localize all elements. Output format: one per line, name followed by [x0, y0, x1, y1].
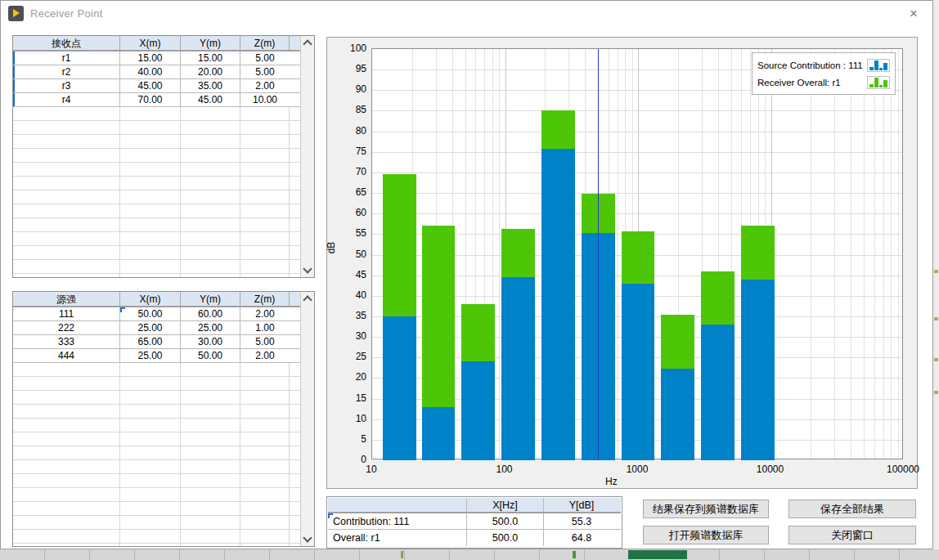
- bar-overall[interactable]: [461, 304, 495, 361]
- table-cell[interactable]: 222: [13, 321, 120, 334]
- table-cell[interactable]: 1.00: [240, 321, 290, 334]
- empty-table-row[interactable]: [13, 391, 300, 405]
- bar-contribution[interactable]: [501, 277, 535, 460]
- empty-table-row[interactable]: [13, 204, 300, 218]
- empty-table-row[interactable]: [13, 363, 300, 377]
- table-cell[interactable]: 65.00: [120, 335, 181, 348]
- empty-table-row[interactable]: [13, 260, 300, 274]
- empty-table-row[interactable]: [13, 274, 300, 278]
- table-cell[interactable]: r2: [13, 65, 120, 78]
- empty-table-row[interactable]: [13, 232, 300, 246]
- empty-table-row[interactable]: [13, 432, 300, 446]
- table-cell[interactable]: 35.00: [181, 79, 240, 92]
- chart-plot-area[interactable]: [371, 48, 903, 459]
- empty-table-row[interactable]: [13, 488, 300, 502]
- table-cell[interactable]: 2.00: [240, 349, 290, 362]
- title-bar[interactable]: Receiver Point ×: [1, 1, 932, 26]
- table-cell[interactable]: 45.00: [120, 79, 181, 92]
- table-cell[interactable]: 50.00: [181, 349, 240, 362]
- empty-table-row[interactable]: [13, 107, 300, 121]
- table-cell[interactable]: 15.00: [120, 52, 181, 65]
- empty-table-row[interactable]: [13, 149, 300, 163]
- column-header[interactable]: Y(m): [181, 36, 240, 50]
- empty-table-row[interactable]: [13, 377, 300, 391]
- bar-overall[interactable]: [661, 315, 694, 369]
- column-header[interactable]: X(m): [120, 292, 181, 306]
- bar-contribution[interactable]: [383, 316, 416, 460]
- result-cell[interactable]: 64.8: [544, 530, 619, 546]
- empty-table-row[interactable]: [13, 460, 300, 474]
- bar-overall[interactable]: [701, 271, 735, 325]
- table-cell[interactable]: 2.00: [240, 79, 290, 92]
- table-cell[interactable]: 444: [13, 349, 120, 362]
- scroll-up-icon[interactable]: [303, 295, 312, 304]
- empty-table-row[interactable]: [13, 405, 300, 419]
- table-cell[interactable]: 40.00: [120, 65, 181, 78]
- column-header[interactable]: Z(m): [240, 36, 290, 50]
- empty-table-row[interactable]: [13, 177, 300, 190]
- empty-table-row[interactable]: [13, 246, 300, 260]
- empty-table-row[interactable]: [13, 530, 300, 544]
- table-cell[interactable]: 5.00: [240, 52, 290, 65]
- table-cell[interactable]: r3: [13, 79, 120, 92]
- table-cell[interactable]: 50.00: [120, 307, 181, 320]
- source-table-scrollbar[interactable]: [300, 292, 314, 546]
- empty-table-row[interactable]: [13, 544, 300, 547]
- bar-contribution[interactable]: [422, 407, 456, 460]
- open-spectrum-db-button[interactable]: 打开频谱数据库: [643, 526, 769, 544]
- table-cell[interactable]: 30.00: [181, 335, 240, 348]
- bar-contribution[interactable]: [741, 280, 775, 460]
- table-cell[interactable]: 45.00: [181, 93, 240, 106]
- table-cell[interactable]: 2.00: [240, 307, 290, 320]
- table-cell[interactable]: 25.00: [120, 321, 181, 334]
- bar-overall[interactable]: [622, 231, 655, 284]
- bar-contribution[interactable]: [661, 369, 694, 460]
- scroll-down-icon[interactable]: [303, 264, 312, 273]
- chart-cursor-line[interactable]: [598, 49, 599, 460]
- result-cell[interactable]: Overall: r1: [328, 530, 467, 546]
- table-cell[interactable]: r4: [13, 93, 120, 106]
- column-header[interactable]: Y(m): [181, 292, 240, 306]
- empty-table-row[interactable]: [13, 163, 300, 177]
- bar-overall[interactable]: [501, 229, 535, 277]
- column-header[interactable]: 源强: [13, 292, 120, 306]
- empty-table-row[interactable]: [13, 135, 300, 149]
- empty-table-row[interactable]: [13, 121, 300, 135]
- table-cell[interactable]: 333: [13, 335, 120, 348]
- table-cell[interactable]: 5.00: [240, 335, 290, 348]
- column-header[interactable]: Z(m): [240, 292, 290, 306]
- bar-contribution[interactable]: [541, 149, 575, 460]
- scroll-up-icon[interactable]: [303, 39, 312, 48]
- receiver-table-scrollbar[interactable]: [300, 36, 314, 277]
- table-cell[interactable]: 25.00: [181, 321, 240, 334]
- table-cell[interactable]: 111: [13, 307, 120, 320]
- table-cell[interactable]: 20.00: [181, 65, 240, 78]
- table-cell[interactable]: 15.00: [181, 52, 240, 65]
- empty-table-row[interactable]: [13, 218, 300, 232]
- empty-table-row[interactable]: [13, 474, 300, 488]
- scroll-down-icon[interactable]: [303, 533, 312, 542]
- column-header[interactable]: 接收点: [13, 36, 120, 50]
- save-all-results-button[interactable]: 保存全部结果: [788, 500, 916, 518]
- empty-table-row[interactable]: [13, 419, 300, 432]
- result-cell[interactable]: Contribution: 111: [328, 513, 467, 529]
- bar-contribution[interactable]: [701, 325, 735, 460]
- table-cell[interactable]: 25.00: [120, 349, 181, 362]
- empty-table-row[interactable]: [13, 516, 300, 530]
- bar-overall[interactable]: [422, 226, 456, 406]
- close-window-button[interactable]: 关闭窗口: [788, 526, 916, 544]
- bar-overall[interactable]: [741, 226, 775, 280]
- bar-contribution[interactable]: [622, 284, 655, 460]
- result-cell[interactable]: 55.3: [544, 513, 619, 529]
- column-header[interactable]: X(m): [120, 36, 181, 50]
- close-icon[interactable]: ×: [905, 5, 923, 23]
- bar-contribution[interactable]: [461, 361, 495, 460]
- table-cell[interactable]: r1: [13, 52, 120, 65]
- bar-overall[interactable]: [541, 110, 575, 148]
- table-cell[interactable]: 60.00: [181, 307, 240, 320]
- table-cell[interactable]: 10.00: [240, 93, 290, 106]
- result-cell[interactable]: 500.0: [467, 513, 544, 529]
- empty-table-row[interactable]: [13, 446, 300, 460]
- result-cell[interactable]: 500.0: [467, 530, 544, 546]
- save-to-spectrum-db-button[interactable]: 结果保存到频谱数据库: [643, 500, 769, 518]
